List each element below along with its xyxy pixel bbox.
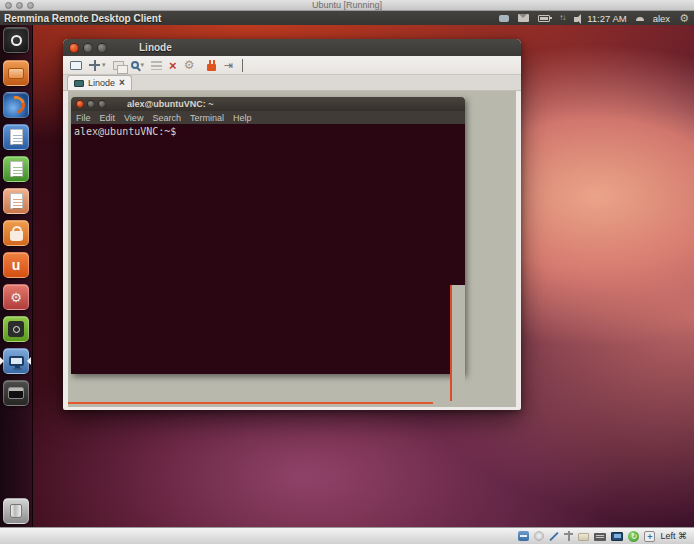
remmina-icon[interactable] [3,348,29,374]
preferences-button[interactable]: ⚙ [184,59,195,72]
optical-disc-icon[interactable] [534,531,544,541]
ubuntu-one-icon[interactable]: u [3,252,29,278]
chevron-down-icon[interactable]: ▾ [141,61,145,69]
desktop-wallpaper: u ⚙ Linode ▾ ▾ × ⚙ [0,25,694,527]
remmina-window: Linode ▾ ▾ × ⚙ ⇥ Linode × [63,39,521,410]
render-artifact-bottom-line [68,402,433,404]
terminal-maximize-button[interactable] [98,100,106,108]
disconnect-button[interactable] [201,60,216,71]
software-center-icon[interactable] [3,220,29,246]
pan-button[interactable]: ▾ [89,60,106,71]
remote-terminal-window: alex@ubuntuVNC: ~ File Edit View Search … [71,97,465,374]
window-title: Linode [139,42,172,53]
render-artifact-line [450,285,452,401]
shell-prompt: alex@ubuntuVNC:~$ [71,124,465,137]
virtualbox-guest-screen: Ubuntu [Running] Remmina Remote Desktop … [0,0,694,544]
ubuntu-top-panel: Remmina Remote Desktop Client ↑↓ 11:27 A… [0,11,694,25]
chevron-down-icon[interactable]: ▾ [102,61,106,69]
remmina-titlebar[interactable]: Linode [63,39,521,56]
scale-icon [113,61,124,70]
network-updown-icon[interactable]: ↑↓ [559,13,565,23]
terminal-body[interactable]: alex@ubuntuVNC:~$ [71,124,465,374]
running-indicator-arrow [0,357,4,365]
grab-keyboard-button[interactable] [151,61,162,70]
pan-icon [89,60,100,71]
toolbar-separator [242,59,243,72]
menu-search[interactable]: Search [152,113,181,123]
messaging-icon[interactable] [499,15,509,22]
features-icon[interactable]: ↻ [628,531,639,542]
vnc-viewport[interactable]: alex@ubuntuVNC: ~ File Edit View Search … [68,91,516,407]
user-name[interactable]: alex [653,13,670,24]
host-key-label: Left ⌘ [660,531,687,541]
libreoffice-impress-icon[interactable] [3,188,29,214]
render-artifact [452,285,465,401]
terminal-titlebar[interactable]: alex@ubuntuVNC: ~ [71,97,465,111]
disconnect-icon [207,64,216,71]
shared-folders-icon[interactable] [578,533,589,541]
app-menu-title[interactable]: Remmina Remote Desktop Client [0,13,161,24]
terminal-title: alex@ubuntuVNC: ~ [127,99,214,109]
dash-home-icon[interactable] [3,27,29,53]
vbox-statusbar: ↻ + Left ⌘ [0,527,694,544]
display-icon [74,80,84,87]
session-gear-icon[interactable]: ⚙ [679,12,689,24]
trash-icon[interactable] [3,498,29,524]
fullscreen-button[interactable] [70,61,82,70]
home-folder-icon[interactable] [3,60,29,86]
tab-linode[interactable]: Linode × [67,75,132,90]
hdd-icon[interactable] [518,531,529,541]
tab-label: Linode [88,78,115,88]
clock[interactable]: 11:27 AM [587,13,626,24]
user-icon[interactable] [636,16,644,21]
menu-edit[interactable]: Edit [100,113,116,123]
host-window-title: Ubuntu [Running] [0,0,694,11]
menu-terminal[interactable]: Terminal [190,113,224,123]
battery-icon[interactable] [538,15,550,22]
magnifier-button[interactable]: ▾ [131,61,145,69]
green-ubuntu-app-icon[interactable] [3,316,29,342]
indicator-area: ↑↓ 11:27 AM alex ⚙ [499,12,694,24]
firefox-icon[interactable] [3,92,29,118]
mail-icon[interactable] [518,14,529,22]
focused-indicator-arrow [27,357,31,365]
menu-file[interactable]: File [76,113,91,123]
terminal-minimize-button[interactable] [87,100,95,108]
menu-help[interactable]: Help [233,113,252,123]
libreoffice-writer-icon[interactable] [3,124,29,150]
tools-button[interactable]: × [169,59,177,72]
scale-button[interactable] [113,61,124,70]
remmina-tabbar: Linode × [63,75,521,91]
host-titlebar: Ubuntu [Running] [0,0,694,11]
unplug-button[interactable]: ⇥ [223,59,232,71]
terminal-icon[interactable] [3,380,29,406]
mouse-capture-icon[interactable]: + [644,531,655,542]
window-close-button[interactable] [69,43,79,53]
libreoffice-calc-icon[interactable] [3,156,29,182]
fullscreen-icon [70,61,82,70]
terminal-close-button[interactable] [76,100,84,108]
magnifier-icon [131,61,139,69]
terminal-menubar: File Edit View Search Terminal Help [71,111,465,124]
window-minimize-button[interactable] [83,43,93,53]
unity-launcher: u ⚙ [0,25,33,527]
volume-icon[interactable] [574,17,578,22]
usb-icon[interactable] [564,531,573,541]
network-cable-icon[interactable] [549,531,559,541]
remmina-toolbar: ▾ ▾ × ⚙ ⇥ [63,56,521,75]
tab-close-icon[interactable]: × [119,78,125,88]
menu-view[interactable]: View [124,113,143,123]
system-settings-icon[interactable]: ⚙ [3,284,29,310]
keyboard-icon[interactable] [594,533,606,541]
display-icon[interactable] [611,532,623,541]
grab-keyboard-icon [151,61,162,70]
window-maximize-button[interactable] [97,43,107,53]
